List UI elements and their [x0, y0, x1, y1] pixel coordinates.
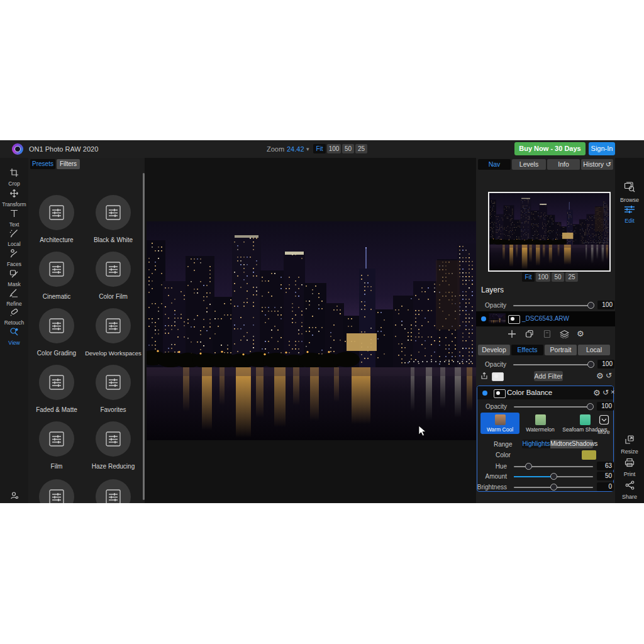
cb-preset-warm-cool[interactable]: Warm Cool: [480, 413, 519, 434]
browse-icon: [624, 182, 635, 193]
filter-opacity-slider[interactable]: [514, 406, 593, 408]
hue-row: Hue 63: [479, 462, 614, 471]
tab-presets[interactable]: Presets: [30, 159, 55, 169]
tool-faces[interactable]: Faces: [0, 248, 28, 267]
layers-opacity-slider[interactable]: [513, 305, 594, 306]
module-edit[interactable]: Edit: [615, 205, 644, 224]
filter-close-icon[interactable]: ×: [611, 388, 614, 396]
tool-local[interactable]: Local: [0, 228, 28, 247]
nav-thumbnail[interactable]: [488, 192, 611, 272]
layer-name[interactable]: _DSC6543.ARW: [522, 315, 569, 322]
layer-visible-dot[interactable]: [481, 316, 486, 321]
hue-slider[interactable]: [514, 466, 593, 467]
preset-black-white[interactable]: [96, 195, 131, 230]
add-filter-button[interactable]: Add Filter: [534, 371, 563, 381]
sign-in-button[interactable]: Sign-In: [589, 142, 615, 155]
left-tool-rail: Crop Transform Text Local Faces Mask Ref…: [0, 158, 28, 503]
zoom-fit-button[interactable]: Fit: [313, 144, 326, 153]
image-canvas[interactable]: [145, 158, 476, 503]
retouch-icon: [9, 307, 19, 316]
cb-preset-watermelon[interactable]: Watermelon: [523, 414, 558, 433]
effects-opacity-row: Opacity 100: [479, 360, 614, 369]
color-balance-header[interactable]: Color Balance ⚙ ↺ ×: [477, 386, 613, 399]
tool-refine[interactable]: Refine: [0, 288, 28, 307]
zoom-100-button[interactable]: 100: [327, 144, 341, 153]
amount-slider[interactable]: [514, 476, 593, 477]
tab-effects[interactable]: Effects: [511, 345, 543, 355]
tool-crop[interactable]: Crop: [0, 168, 28, 187]
filter-reset-icon[interactable]: ↺: [602, 388, 609, 397]
layer-settings-gear-icon[interactable]: ⚙: [577, 329, 584, 338]
range-midtones[interactable]: Midtones: [550, 440, 572, 448]
nav-100-button[interactable]: 100: [536, 272, 550, 282]
range-shadows[interactable]: Shadows: [572, 440, 593, 448]
chevron-down-icon[interactable]: ▾: [306, 146, 309, 152]
color-value-swatch[interactable]: [582, 450, 596, 460]
opacity-label: Opacity: [485, 302, 506, 309]
preset-color-film[interactable]: [96, 252, 131, 287]
refine-brush-icon: [9, 288, 19, 297]
layer-thumbnail: [489, 313, 506, 324]
preset-partial[interactable]: [96, 479, 131, 503]
save-preset-icon[interactable]: [480, 372, 488, 380]
preset-film[interactable]: [39, 421, 74, 457]
module-resize[interactable]: Resize: [615, 435, 644, 455]
cb-preset-more[interactable]: More: [594, 414, 613, 435]
tab-filters[interactable]: Filters: [57, 159, 80, 169]
preset-haze-reducing[interactable]: [96, 421, 131, 457]
layer-row[interactable]: _DSC6543.ARW: [476, 311, 615, 326]
filter-mask-icon[interactable]: [494, 389, 506, 398]
local-brush-icon: [9, 228, 19, 238]
range-highlights[interactable]: Highlights: [522, 440, 550, 448]
preset-favorites[interactable]: [96, 365, 131, 400]
tab-levels[interactable]: Levels: [512, 159, 546, 170]
preset-faded-matte[interactable]: [39, 365, 74, 400]
filter-enabled-dot[interactable]: [482, 391, 487, 396]
preset-label: Haze Reducing: [77, 463, 145, 470]
tool-retouch[interactable]: Retouch: [0, 307, 28, 326]
delete-layer-icon[interactable]: [543, 330, 551, 338]
transform-icon: [9, 189, 19, 198]
tab-info[interactable]: Info: [547, 159, 580, 170]
layer-mask-icon[interactable]: [508, 315, 520, 324]
module-share[interactable]: Share: [615, 480, 644, 500]
duplicate-layer-icon[interactable]: [525, 330, 534, 338]
module-export[interactable]: Export: [615, 502, 644, 503]
buy-now-button[interactable]: Buy Now - 30 Days Left: [514, 142, 586, 155]
tool-mask[interactable]: Mask: [0, 269, 28, 287]
tool-text[interactable]: Text: [0, 209, 28, 228]
photo-main[interactable]: [147, 221, 476, 440]
account-button[interactable]: [0, 491, 28, 502]
amount-value: 50: [597, 472, 614, 480]
add-layer-icon[interactable]: [508, 330, 516, 338]
filter-settings-gear-icon[interactable]: ⚙: [593, 388, 601, 397]
brightness-slider[interactable]: [514, 487, 593, 488]
zoom-25-button[interactable]: 25: [355, 144, 367, 153]
nav-25-button[interactable]: 25: [565, 272, 578, 282]
preset-develop-workspaces[interactable]: [96, 308, 131, 343]
tab-history[interactable]: History ↺: [581, 159, 613, 170]
zoom-value[interactable]: 24.42: [287, 145, 304, 153]
nav-50-button[interactable]: 50: [552, 272, 564, 282]
preset-architecture[interactable]: [39, 195, 74, 230]
tab-nav[interactable]: Nav: [478, 159, 511, 170]
effects-opacity-slider[interactable]: [513, 364, 594, 365]
tab-develop[interactable]: Develop: [478, 345, 510, 355]
module-print[interactable]: Print: [615, 458, 644, 477]
effects-mask-icon[interactable]: [492, 372, 504, 381]
effects-settings-gear-icon[interactable]: ⚙: [596, 371, 604, 380]
layers-stack-icon[interactable]: [560, 330, 569, 338]
zoom-50-button[interactable]: 50: [342, 144, 354, 153]
tool-view[interactable]: View: [0, 327, 28, 346]
module-browse[interactable]: Browse: [615, 182, 644, 203]
mask-icon: [9, 269, 19, 278]
preset-partial[interactable]: [39, 479, 74, 503]
filter-opacity-row: Opacity 100: [479, 402, 614, 411]
preset-color-grading[interactable]: [39, 308, 74, 343]
preset-cinematic[interactable]: [39, 252, 74, 287]
tab-local[interactable]: Local: [578, 345, 610, 355]
effects-reset-icon[interactable]: ↺: [606, 371, 612, 380]
nav-fit-button[interactable]: Fit: [522, 272, 535, 282]
tool-transform[interactable]: Transform: [0, 189, 28, 208]
tab-portrait[interactable]: Portrait: [545, 345, 577, 355]
